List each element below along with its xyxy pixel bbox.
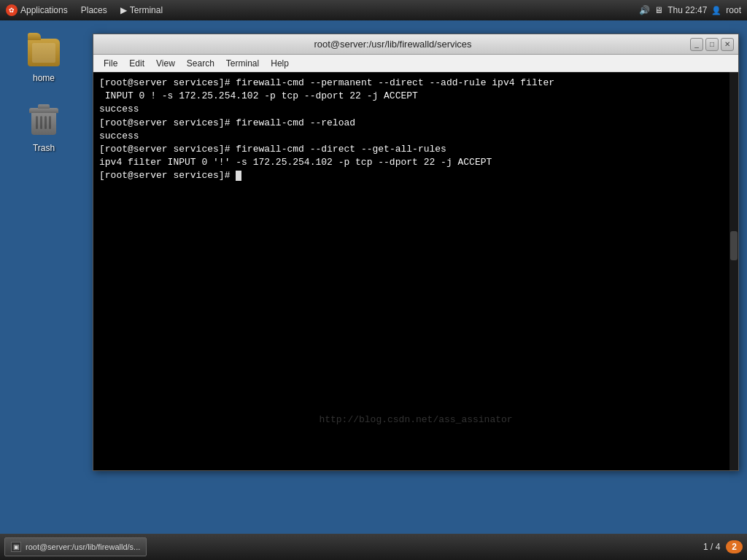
trash-can-icon (26, 105, 61, 140)
taskbar-window-label: root@server:/usr/lib/firewalld/s... (26, 542, 140, 551)
terminal-label: Terminal (130, 5, 163, 15)
taskbar-bottom-right: 1 / 4 2 (703, 540, 743, 553)
places-label: Places (81, 5, 107, 15)
menu-terminal[interactable]: Terminal (220, 57, 265, 70)
terminal-line-2: INPUT 0 ! -s 172.25.254.102 -p tcp --dpo… (99, 90, 732, 103)
taskbar-window-button[interactable]: ▣ root@server:/usr/lib/firewalld/s... (4, 537, 147, 556)
app-menu-group: ✿ Applications Places ▶ Terminal (0, 3, 169, 18)
menu-edit[interactable]: Edit (123, 57, 150, 70)
terminal-line-5: success (99, 130, 732, 143)
terminal-menu-top[interactable]: ▶ Terminal (115, 4, 169, 17)
places-menu[interactable]: Places (75, 4, 113, 17)
user-icon: 👤 (711, 6, 721, 15)
terminal-line-1: [root@server services]# firewall-cmd --p… (99, 77, 732, 90)
monitor-icon[interactable]: 🖥 (654, 5, 663, 15)
menu-view[interactable]: View (150, 57, 181, 70)
home-icon[interactable]: home (26, 35, 61, 83)
terminal-cursor (236, 171, 241, 181)
scrollbar-thumb[interactable] (730, 231, 738, 260)
applications-menu[interactable]: ✿ Applications (0, 3, 74, 18)
trash-icon[interactable]: Trash (26, 105, 61, 153)
applications-label: Applications (20, 5, 68, 15)
terminal-content[interactable]: [root@server services]# firewall-cmd --p… (93, 72, 738, 470)
maximize-button[interactable]: □ (705, 38, 719, 51)
speaker-icon[interactable]: 🔊 (639, 5, 650, 15)
page-text: 1 / 4 (703, 542, 720, 552)
menu-file[interactable]: File (98, 57, 123, 70)
terminal-line-8: [root@server services]# (99, 169, 732, 182)
home-label: home (33, 73, 55, 83)
terminal-line-6: [root@server services]# firewall-cmd --d… (99, 143, 732, 156)
taskbar-top: ✿ Applications Places ▶ Terminal 🔊 🖥 Thu… (0, 0, 747, 20)
taskbar-window-icon: ▣ (11, 542, 21, 552)
terminal-line-3: success (99, 103, 732, 116)
terminal-menubar: File Edit View Search Terminal Help (93, 55, 738, 72)
menu-search[interactable]: Search (181, 57, 220, 70)
close-button[interactable]: ✕ (721, 38, 734, 51)
watermark: http://blog.csdn.net/ass_assinator (319, 413, 512, 427)
taskbar-right: 🔊 🖥 Thu 22:47 👤 root (639, 5, 747, 15)
home-folder-icon (26, 35, 61, 70)
terminal-line-4: [root@server services]# firewall-cmd --r… (99, 117, 732, 130)
taskbar-bottom: ▣ root@server:/usr/lib/firewalld/s... 1 … (0, 534, 747, 560)
minimize-button[interactable]: _ (690, 38, 703, 51)
terminal-titlebar: root@server:/usr/lib/firewalld/services … (93, 34, 738, 55)
scrollbar[interactable] (729, 72, 738, 470)
page-badge[interactable]: 2 (726, 540, 743, 553)
gnome-icon: ✿ (6, 4, 18, 16)
terminal-title: root@server:/usr/lib/firewalld/services (98, 39, 688, 50)
trash-label: Trash (33, 143, 55, 153)
username: root (726, 5, 741, 15)
desktop: home Trash (0, 20, 88, 534)
terminal-window: root@server:/usr/lib/firewalld/services … (93, 34, 739, 471)
terminal-line-7: ipv4 filter INPUT 0 '!' -s 172.25.254.10… (99, 156, 732, 169)
clock: Thu 22:47 (667, 5, 707, 15)
menu-help[interactable]: Help (265, 57, 295, 70)
